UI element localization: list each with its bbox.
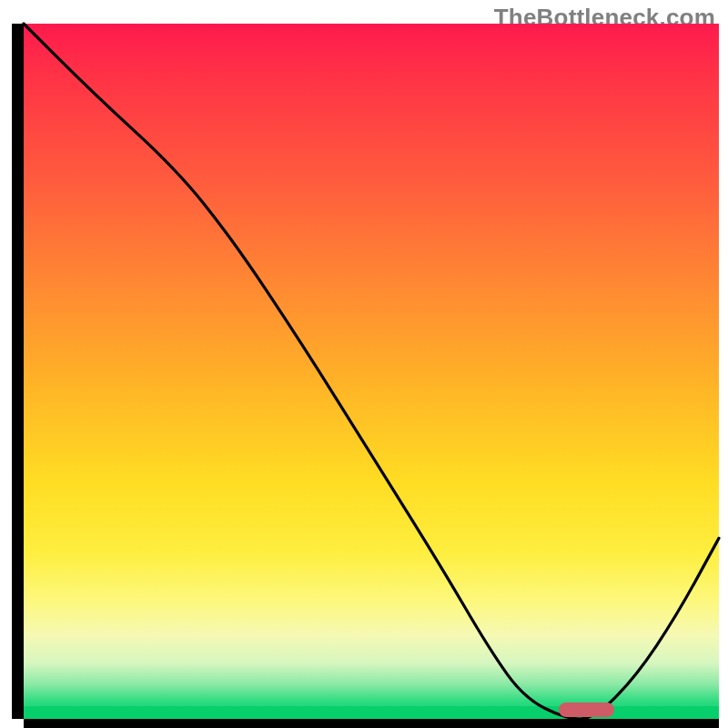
chart-container: TheBottleneck.com	[0, 0, 728, 728]
optimal-marker	[559, 703, 614, 717]
curve-svg	[24, 24, 719, 719]
bottleneck-curve-path	[24, 24, 719, 719]
y-axis	[12, 24, 24, 719]
x-axis	[24, 719, 719, 728]
